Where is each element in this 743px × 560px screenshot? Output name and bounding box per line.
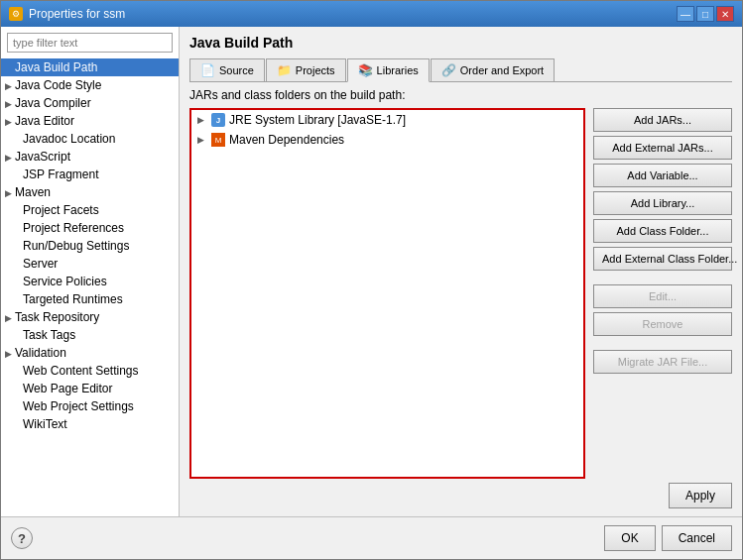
tab-label: Order and Export [460, 64, 544, 76]
main-content: ▶JJRE System Library [JavaSE-1.7]▶MMaven… [189, 108, 732, 479]
tree-item-label: Maven [15, 185, 51, 199]
tree-item[interactable]: Web Page Editor [1, 380, 179, 397]
expand-arrow: ▶ [5, 188, 15, 198]
tree-item[interactable]: Task Tags [1, 326, 179, 344]
tree-item[interactable]: ▶ Maven [1, 183, 179, 201]
action-btn-add-external-class-folder-[interactable]: Add External Class Folder... [593, 247, 732, 271]
tree-item[interactable]: Project References [1, 219, 179, 237]
tree-item[interactable]: Targeted Runtimes [1, 290, 179, 308]
tree-item[interactable]: WikiText [1, 415, 179, 433]
tree-item[interactable]: ▶ Task Repository [1, 308, 179, 326]
action-buttons-panel: Add JARs...Add External JARs...Add Varia… [593, 108, 732, 479]
tab-order-and-export[interactable]: 🔗Order and Export [431, 58, 555, 81]
tabs-bar: 📄Source📁Projects📚Libraries🔗Order and Exp… [189, 58, 732, 82]
action-btn-add-external-jars-[interactable]: Add External JARs... [593, 136, 732, 160]
tree-item[interactable]: Server [1, 255, 179, 273]
tree-item[interactable]: Service Policies [1, 273, 179, 290]
tree-item-label: JavaScript [15, 150, 70, 164]
tree-item-label: Javadoc Location [23, 132, 115, 146]
tree-item[interactable]: Web Content Settings [1, 362, 179, 380]
tree-item-label: Validation [15, 346, 66, 360]
build-path-item-label: Maven Dependencies [229, 133, 344, 147]
tree-item[interactable]: Java Build Path [1, 58, 179, 76]
action-btn-add-class-folder-[interactable]: Add Class Folder... [593, 219, 732, 243]
action-btn-add-variable-[interactable]: Add Variable... [593, 164, 732, 187]
tree-item[interactable]: JSP Fragment [1, 166, 179, 183]
tree-item[interactable]: ▶ JavaScript [1, 148, 179, 166]
build-path-item-label: JRE System Library [JavaSE-1.7] [229, 113, 406, 127]
tab-icon: 📄 [200, 63, 215, 77]
button-separator [593, 275, 732, 280]
tree-item[interactable]: ▶ Validation [1, 344, 179, 362]
tab-source[interactable]: 📄Source [189, 58, 265, 81]
tab-icon: 📁 [277, 63, 292, 77]
minimize-button[interactable]: — [677, 6, 694, 22]
expand-arrow: ▶ [5, 349, 15, 359]
ok-button[interactable]: OK [604, 525, 655, 551]
properties-dialog: ⚙ Properties for ssm — □ ✕ Java Build Pa… [0, 0, 743, 560]
tree-item[interactable]: ▶ Java Code Style [1, 76, 179, 94]
action-btn-add-library-[interactable]: Add Library... [593, 191, 732, 215]
content-area: Java Build Path▶ Java Code Style▶ Java C… [1, 27, 742, 516]
tree-item-label: Server [23, 257, 58, 271]
action-btn-edit-: Edit... [593, 284, 732, 308]
button-separator [593, 340, 732, 346]
expand-arrow: ▶ [5, 99, 15, 109]
tree-item-label: Run/Debug Settings [23, 239, 129, 253]
dialog-buttons: OK Cancel [604, 525, 732, 551]
tree-item[interactable]: ▶ Java Editor [1, 112, 179, 130]
build-path-item[interactable]: ▶JJRE System Library [JavaSE-1.7] [191, 110, 583, 130]
cancel-button[interactable]: Cancel [662, 525, 732, 551]
tree-item[interactable]: Run/Debug Settings [1, 237, 179, 255]
tab-label: Projects [296, 64, 335, 76]
tree-item-label: Java Compiler [15, 96, 91, 110]
tree-item-label: WikiText [23, 417, 67, 431]
tree-item[interactable]: Javadoc Location [1, 130, 179, 148]
tree-item-label: Task Repository [15, 310, 99, 324]
tree-item-label: Targeted Runtimes [23, 292, 123, 306]
filter-input[interactable] [7, 33, 173, 53]
footer: ? OK Cancel [1, 516, 742, 559]
build-path-item[interactable]: ▶MMaven Dependencies [191, 130, 583, 150]
tree-item-label: Web Page Editor [23, 382, 113, 395]
maven-icon: M [211, 133, 225, 147]
tab-projects[interactable]: 📁Projects [266, 58, 346, 81]
tree-item-label: Web Content Settings [23, 364, 139, 378]
tree-item-label: Java Build Path [15, 60, 97, 74]
expand-arrow: ▶ [5, 153, 15, 163]
apply-btn-wrap: Apply [189, 483, 732, 508]
maximize-button[interactable]: □ [696, 6, 714, 22]
tree-item-label: JSP Fragment [23, 168, 98, 181]
tree-item-label: Task Tags [23, 328, 75, 342]
close-button[interactable]: ✕ [716, 6, 734, 22]
right-panel: Java Build Path 📄Source📁Projects📚Librari… [180, 27, 742, 516]
tab-icon: 🔗 [441, 63, 456, 77]
help-button[interactable]: ? [11, 527, 33, 549]
tree-item-label: Project References [23, 221, 124, 235]
window-icon: ⚙ [9, 7, 23, 21]
button-separator [593, 378, 732, 384]
tree-item-label: Project Facets [23, 203, 99, 217]
title-bar: ⚙ Properties for ssm — □ ✕ [1, 1, 742, 27]
tree-item-label: Java Editor [15, 114, 74, 128]
jars-label: JARs and class folders on the build path… [189, 88, 732, 102]
expand-arrow: ▶ [5, 117, 15, 127]
expand-arrow: ▶ [5, 313, 15, 323]
tree-item[interactable]: Project Facets [1, 201, 179, 219]
tree-item[interactable]: ▶ Java Compiler [1, 94, 179, 112]
tab-libraries[interactable]: 📚Libraries [347, 58, 430, 82]
action-btn-migrate-jar-file-: Migrate JAR File... [593, 350, 732, 374]
tree-list: Java Build Path▶ Java Code Style▶ Java C… [1, 58, 179, 516]
action-btn-remove: Remove [593, 312, 732, 336]
expand-arrow: ▶ [5, 81, 15, 91]
item-arrow: ▶ [197, 135, 207, 145]
tree-item[interactable]: Web Project Settings [1, 397, 179, 415]
tab-label: Source [219, 64, 254, 76]
action-btn-add-jars-[interactable]: Add JARs... [593, 108, 732, 132]
window-controls: — □ ✕ [677, 6, 734, 22]
panel-title: Java Build Path [189, 35, 732, 51]
tree-item-label: Service Policies [23, 275, 107, 288]
apply-button[interactable]: Apply [669, 483, 732, 508]
window-title: Properties for ssm [29, 7, 125, 21]
tab-icon: 📚 [358, 63, 373, 77]
